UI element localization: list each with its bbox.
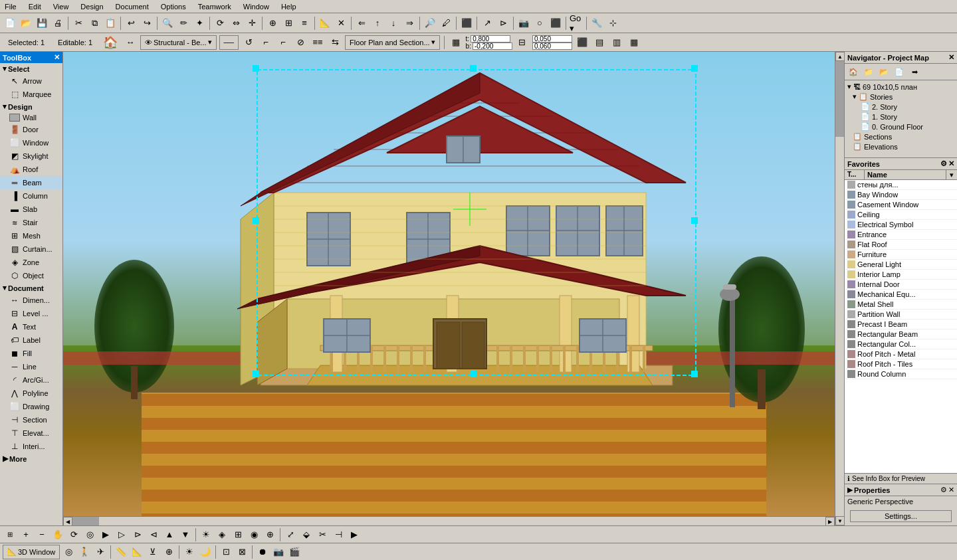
elevation-icon[interactable]: ⊟ xyxy=(515,35,530,50)
bt2-fly[interactable]: ✈ xyxy=(93,545,108,559)
toolbox-item-marquee[interactable]: ⬚ Marquee xyxy=(0,88,62,101)
bt-view4[interactable]: ⊲ xyxy=(146,527,161,542)
bt-zoom-fit[interactable]: ⊞ xyxy=(3,527,17,542)
magic-button[interactable]: ✦ xyxy=(192,16,207,31)
render-button[interactable]: ⬛ xyxy=(459,16,474,31)
bt2-photo[interactable]: 📷 xyxy=(271,545,286,559)
bt-view3[interactable]: ⊳ xyxy=(130,527,145,542)
right-input2[interactable] xyxy=(532,43,572,50)
toolbox-item-section[interactable]: ⊣ Section xyxy=(0,413,62,426)
more-section[interactable]: ▶ More xyxy=(0,453,62,464)
find-button[interactable]: 🔍 xyxy=(160,16,175,31)
bt-explode[interactable]: ⤢ xyxy=(283,527,298,542)
toolbox-item-zone[interactable]: ◈ Zone xyxy=(0,256,62,269)
elev5-icon[interactable]: ▦ xyxy=(627,35,641,50)
bt-rotate[interactable]: ⟳ xyxy=(66,527,81,542)
fav-item-1[interactable]: Bay Window xyxy=(845,190,957,200)
fav-close-icon[interactable]: ✕ xyxy=(948,159,954,168)
grid-button[interactable]: ⊞ xyxy=(281,16,296,31)
bt2-sun2[interactable]: ☀ xyxy=(182,545,197,559)
scroll-down-btn[interactable]: ▼ xyxy=(835,516,844,525)
toolbox-button[interactable]: 🔧 xyxy=(589,16,604,31)
toolbox-item-text[interactable]: A Text xyxy=(0,320,62,333)
3d-view-icon[interactable]: 🏠 xyxy=(100,35,120,50)
cut-button[interactable]: ✂ xyxy=(71,16,86,31)
align-icon[interactable]: ≡≡ xyxy=(310,35,325,50)
props-settings-icon[interactable]: ⚙ xyxy=(940,486,947,494)
nav4-button[interactable]: ⇒ xyxy=(402,16,417,31)
new-button[interactable]: 📄 xyxy=(3,16,17,31)
elev2-icon[interactable]: ⬛ xyxy=(575,35,589,50)
menu-window[interactable]: Window xyxy=(241,2,271,11)
fav-item-17[interactable]: Roof Pitch - Metal xyxy=(845,349,957,359)
rotate-button[interactable]: ⟳ xyxy=(213,16,227,31)
fav-item-2[interactable]: Casement Window xyxy=(845,200,957,210)
fav-col-name[interactable]: Name xyxy=(865,170,946,179)
bt2-measure2[interactable]: 📐 xyxy=(130,545,144,559)
view3d-button[interactable]: 📐 xyxy=(318,16,332,31)
fav-item-18[interactable]: Roof Pitch - Tiles xyxy=(845,359,957,369)
print-button[interactable]: 🖨 xyxy=(51,16,65,31)
props-close-icon[interactable]: ✕ xyxy=(948,486,954,494)
navigator-close[interactable]: ✕ xyxy=(948,53,954,62)
toolbox-item-fill[interactable]: ◼ Fill xyxy=(0,347,62,360)
nav1-button[interactable]: ⇐ xyxy=(354,16,369,31)
properties-expand-icon[interactable]: ▶ xyxy=(847,486,853,494)
fav-item-19[interactable]: Round Column xyxy=(845,369,957,379)
bt-zoom-in[interactable]: + xyxy=(19,527,33,542)
toolbox-item-mesh[interactable]: ⊞ Mesh xyxy=(0,229,62,242)
sphere-btn[interactable]: ○ xyxy=(532,16,547,31)
fav-item-12[interactable]: Metal Shell xyxy=(845,300,957,310)
bt2-view1[interactable]: ◎ xyxy=(61,545,76,559)
bt2-measure1[interactable]: 📏 xyxy=(114,545,128,559)
extend-icon[interactable]: ⌐ xyxy=(276,35,290,50)
bt-zoom-out[interactable]: − xyxy=(35,527,49,542)
menu-teamwork[interactable]: Teamwork xyxy=(196,2,233,11)
toolbox-item-curtain[interactable]: ▧ Curtain... xyxy=(0,242,62,256)
fav-item-14[interactable]: Precast I Beam xyxy=(845,320,957,329)
viewport[interactable]: ▲ ▼ ◀ ▶ xyxy=(63,52,844,525)
menu-view[interactable]: View xyxy=(51,2,71,11)
pen-button[interactable]: 🖊 xyxy=(439,16,453,31)
redo-button[interactable]: ↪ xyxy=(140,16,154,31)
go-button[interactable]: Go ▾ xyxy=(569,16,584,31)
nav2-button[interactable]: ↑ xyxy=(370,16,385,31)
elev4-icon[interactable]: ▥ xyxy=(609,35,624,50)
toolbox-item-interi[interactable]: ⊥ Interi... xyxy=(0,440,62,453)
right-input1[interactable] xyxy=(532,35,572,43)
toolbox-item-arrow[interactable]: ↖ Arrow xyxy=(0,74,62,88)
menu-help[interactable]: Help xyxy=(279,2,298,11)
scroll-thumb[interactable] xyxy=(835,61,844,137)
bt2-walk[interactable]: 🚶 xyxy=(77,545,92,559)
toolbox-item-skylight[interactable]: ◩ Skylight xyxy=(0,149,62,163)
bt2-scene[interactable]: 🎬 xyxy=(287,545,302,559)
mirror-button[interactable]: ⇔ xyxy=(229,16,243,31)
cube-btn[interactable]: ⬛ xyxy=(548,16,563,31)
nav3-button[interactable]: ↓ xyxy=(386,16,401,31)
b-input[interactable] xyxy=(473,43,512,50)
fav-item-15[interactable]: Rectangular Beam xyxy=(845,329,957,339)
bt-render1[interactable]: ◈ xyxy=(215,527,229,542)
nav-folder2-btn[interactable]: 📂 xyxy=(877,65,891,78)
fav-item-16[interactable]: Rectangular Col... xyxy=(845,339,957,349)
bt-cut[interactable]: ✂ xyxy=(315,527,330,542)
fav-item-10[interactable]: Internal Door xyxy=(845,280,957,290)
camera-btn[interactable]: 📷 xyxy=(516,16,531,31)
bt-render3[interactable]: ◉ xyxy=(247,527,261,542)
nav-arrow-btn[interactable]: ➡ xyxy=(907,65,922,78)
fav-item-4[interactable]: Electrical Symbol xyxy=(845,220,957,230)
toolbox-item-level[interactable]: ⊟ Level ... xyxy=(0,307,62,320)
menu-design[interactable]: Design xyxy=(78,2,105,11)
save-button[interactable]: 💾 xyxy=(35,16,49,31)
pencil-button[interactable]: ✏ xyxy=(176,16,191,31)
move-button[interactable]: ✛ xyxy=(245,16,259,31)
toolbox-item-door[interactable]: 🚪 Door xyxy=(0,123,62,136)
toolbox-item-stair[interactable]: ≋ Stair xyxy=(0,216,62,229)
toolbox-item-label[interactable]: 🏷 Label xyxy=(0,333,62,347)
move2-icon[interactable]: ⇆ xyxy=(328,35,342,50)
settings-button[interactable]: Settings... xyxy=(850,510,952,522)
menu-options[interactable]: Options xyxy=(159,2,188,11)
fav-item-8[interactable]: General Light xyxy=(845,260,957,270)
bt-render4[interactable]: ⊕ xyxy=(263,527,277,542)
open-button[interactable]: 📂 xyxy=(19,16,33,31)
